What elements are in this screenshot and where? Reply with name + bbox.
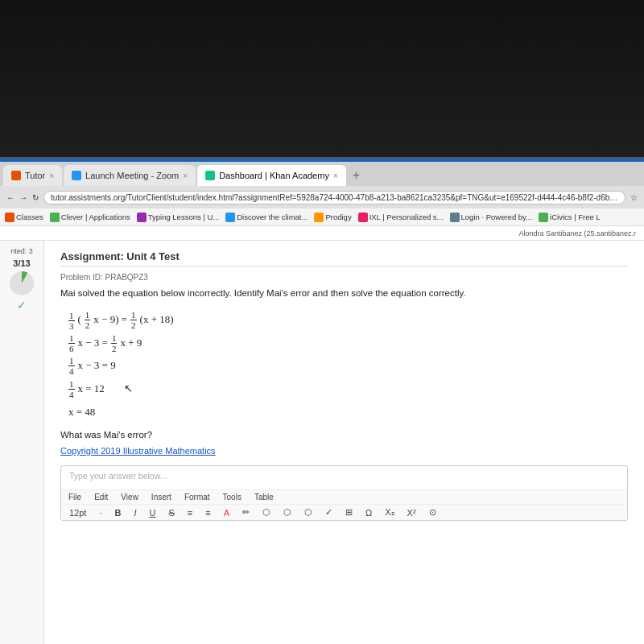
bookmark-classes-label: Classes: [16, 213, 43, 221]
attempted-label: nted: 3: [10, 247, 33, 255]
subscript-button[interactable]: X₂: [382, 506, 397, 518]
table-insert-button[interactable]: ⬡: [301, 506, 316, 518]
math-line-3: 14 x − 3 = 9: [68, 354, 628, 378]
link-button[interactable]: ⬡: [259, 506, 274, 518]
new-tab-button[interactable]: +: [348, 165, 365, 186]
bookmark-ixl-label: IXL | Personalized s...: [369, 213, 444, 221]
image-button[interactable]: ⬡: [280, 506, 295, 518]
problem-count: 3/13: [13, 258, 30, 268]
copyright-link[interactable]: Copyright 2019 Illustrative Mathematics: [60, 446, 628, 456]
font-color-button[interactable]: A: [221, 507, 233, 518]
frac-1-2-step2: 12: [111, 333, 118, 353]
bookmark-login-label: Login · Powered by...: [461, 213, 533, 221]
checkmark-icon: ✓: [17, 299, 27, 312]
problem-text: Mai solved the equation below incorrectl…: [60, 287, 628, 300]
bookmark-star[interactable]: ☆: [630, 193, 638, 202]
answer-placeholder[interactable]: Type your answer below...: [61, 466, 627, 490]
address-bar: ← → ↻ tutor.assistments.org/TutorClient/…: [0, 186, 644, 208]
check-button[interactable]: ✓: [322, 506, 336, 518]
frac-1-3: 13: [68, 308, 75, 332]
menu-tools[interactable]: Tools: [221, 492, 244, 502]
icivics-icon: [539, 213, 548, 222]
bookmark-login[interactable]: Login · Powered by...: [450, 213, 533, 222]
superscript-button[interactable]: X²: [404, 507, 419, 518]
bookmark-clever[interactable]: Clever | Applications: [50, 213, 130, 222]
browser-window: Tutor × Launch Meeting - Zoom × Dashboar…: [0, 157, 644, 644]
bookmark-typing-label: Typing Lessons | U...: [148, 213, 220, 221]
problem-id-label: Problem ID:: [60, 273, 103, 282]
tab-zoom-close[interactable]: ×: [183, 171, 188, 180]
math-work: 13 ( 12 x − 9) = 12 (x + 18) 16 x − 3 = …: [60, 308, 628, 423]
separator-1: ·: [96, 507, 105, 518]
bold-button[interactable]: B: [111, 507, 124, 518]
frac-1-2-inner: 12: [85, 310, 91, 330]
math-line-2: 16 x − 3 = 12 x + 9: [68, 332, 628, 355]
menu-insert[interactable]: Insert: [149, 492, 174, 502]
tab-khan-close[interactable]: ×: [333, 171, 338, 180]
tutor-favicon: [11, 171, 21, 180]
menu-table[interactable]: Table: [252, 492, 276, 502]
font-size[interactable]: 12pt: [66, 507, 89, 518]
math-line-1: 13 ( 12 x − 9) = 12 (x + 18): [68, 308, 628, 332]
bookmark-prodigy-label: Prodigy: [325, 213, 351, 221]
clever-icon: [50, 213, 60, 222]
list-button[interactable]: ≡: [184, 507, 196, 518]
italic-button[interactable]: I: [130, 507, 139, 518]
user-bar: Alondra Santibanez (25.santibanez.r: [0, 226, 644, 241]
khan-favicon: [205, 171, 215, 180]
menu-view[interactable]: View: [118, 492, 141, 502]
assignment-content: Assignment: Unit 4 Test Problem ID: PRAB…: [44, 241, 644, 644]
settings-button[interactable]: ⊙: [426, 506, 440, 518]
grid-button[interactable]: ⊞: [342, 506, 356, 518]
tab-bar: Tutor × Launch Meeting - Zoom × Dashboar…: [0, 162, 644, 186]
zoom-favicon: [72, 171, 81, 180]
forward-button[interactable]: →: [19, 193, 27, 202]
bookmark-classes[interactable]: Classes: [5, 213, 43, 222]
strikethrough-button[interactable]: S: [165, 507, 177, 518]
bookmark-typing[interactable]: Typing Lessons | U...: [137, 213, 220, 222]
reload-button[interactable]: ↻: [32, 193, 39, 202]
bookmarks-bar: Classes Clever | Applications Typing Les…: [0, 208, 644, 226]
bookmark-climate[interactable]: Discover the climat...: [225, 213, 308, 222]
progress-circle: [10, 271, 34, 295]
tab-khan[interactable]: Dashboard | Khan Academy ×: [197, 165, 346, 186]
typing-icon: [137, 213, 147, 222]
ixl-icon: [358, 213, 368, 222]
answer-area: Type your answer below... File Edit View…: [60, 465, 628, 521]
climate-icon: [225, 213, 235, 222]
content-area: nted: 3 3/13 ✓ Assignment: Unit 4 Test P…: [0, 241, 644, 644]
underline-button[interactable]: U: [147, 507, 159, 518]
bookmark-ixl[interactable]: IXL | Personalized s...: [358, 213, 444, 222]
menu-edit[interactable]: Edit: [92, 492, 110, 502]
problem-id: Problem ID: PRABQPZ3: [60, 273, 628, 282]
classes-icon: [5, 213, 14, 222]
desk-background: [0, 0, 644, 157]
bookmark-climate-label: Discover the climat...: [237, 213, 308, 221]
tab-khan-label: Dashboard | Khan Academy: [219, 171, 329, 180]
frac-1-4-b: 14: [68, 379, 75, 399]
tab-tutor-label: Tutor: [25, 171, 45, 180]
highlight-button[interactable]: ✏: [239, 506, 253, 518]
error-question: What was Mai's error?: [60, 430, 628, 440]
omega-button[interactable]: Ω: [362, 507, 375, 518]
tab-tutor[interactable]: Tutor ×: [3, 165, 62, 186]
list-button-2[interactable]: ≡: [202, 507, 213, 518]
math-line-4: 14 x = 12 ↖: [68, 378, 628, 401]
login-icon: [450, 213, 460, 222]
bookmark-clever-label: Clever | Applications: [61, 213, 130, 221]
cursor-arrow: ↖: [124, 378, 133, 401]
menu-format[interactable]: Format: [182, 492, 213, 502]
tab-zoom-label: Launch Meeting - Zoom: [85, 171, 179, 180]
back-button[interactable]: ←: [6, 193, 14, 202]
frac-1-6: 16: [68, 333, 75, 353]
editor-menu-toolbar: File Edit View Insert Format Tools Table: [61, 490, 627, 505]
problem-id-value: PRABQPZ3: [105, 273, 148, 282]
tab-tutor-close[interactable]: ×: [49, 171, 54, 180]
bookmark-prodigy[interactable]: Prodigy: [314, 213, 351, 222]
bookmark-icivics-label: iCivics | Free L: [550, 213, 601, 221]
bookmark-icivics[interactable]: iCivics | Free L: [539, 213, 601, 222]
address-input[interactable]: tutor.assistments.org/TutorClient/studen…: [43, 191, 625, 204]
tab-zoom[interactable]: Launch Meeting - Zoom ×: [64, 165, 196, 186]
frac-1-2-rhs: 12: [130, 310, 137, 330]
menu-file[interactable]: File: [66, 492, 84, 502]
